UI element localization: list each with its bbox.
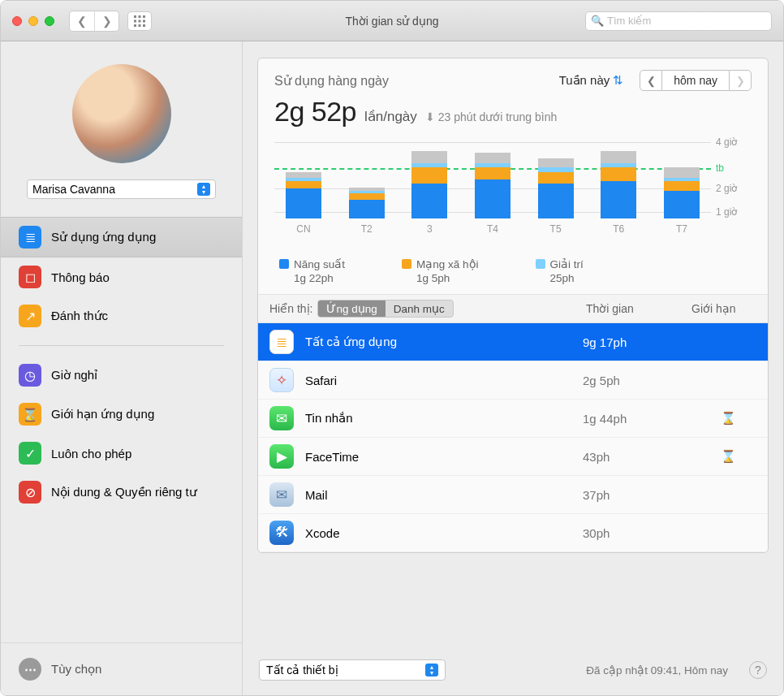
x-axis-label: T7 bbox=[676, 223, 687, 235]
card-title: Sử dụng hàng ngày bbox=[274, 73, 389, 89]
y-axis-label: 1 giờ bbox=[716, 206, 752, 218]
sidebar-item-label: Giờ nghỉ bbox=[51, 368, 97, 383]
svg-rect-0 bbox=[134, 15, 136, 18]
app-time: 9g 17ph bbox=[583, 335, 688, 349]
col-limit: Giới hạn bbox=[691, 302, 756, 315]
close-button[interactable] bbox=[12, 16, 22, 26]
ellipsis-icon: ⋯ bbox=[19, 658, 41, 681]
svg-rect-1 bbox=[139, 15, 141, 18]
options-label: Tùy chọn bbox=[51, 662, 101, 677]
legend-item: Năng suất1g 22ph bbox=[279, 257, 345, 284]
user-avatar bbox=[72, 64, 171, 163]
sidebar-item-label: Sử dụng ứng dụng bbox=[51, 230, 156, 244]
sidebar-item-1[interactable]: ◻Thông báo bbox=[1, 257, 242, 296]
separator bbox=[19, 345, 224, 346]
app-time: 30ph bbox=[583, 526, 688, 540]
seg-apps[interactable]: Ứng dụng bbox=[318, 300, 385, 317]
usage-chart: 4 giờtb2 giờ1 giờCNT23T4T5T6T7 bbox=[274, 137, 752, 251]
chart-legend: Năng suất1g 22phMạng xã hội1g 5phGiải tr… bbox=[258, 256, 768, 295]
svg-rect-2 bbox=[143, 15, 145, 18]
prev-button[interactable]: ❮ bbox=[640, 70, 662, 91]
svg-rect-8 bbox=[143, 24, 145, 27]
sidebar-item-label: Thông báo bbox=[51, 270, 110, 284]
safari-icon: ✧ bbox=[269, 368, 294, 392]
legend-item: Giải trí25ph bbox=[536, 257, 584, 284]
app-name: Mail bbox=[305, 488, 571, 502]
search-input[interactable]: 🔍 Tìm kiếm bbox=[585, 11, 772, 31]
app-row[interactable]: ✧Safari2g 5ph bbox=[258, 361, 768, 400]
app-row[interactable]: ▶FaceTime43ph⌛ bbox=[258, 438, 768, 476]
sidebar-item-2[interactable]: ↗Đánh thức bbox=[1, 296, 242, 335]
layers-icon: ≣ bbox=[269, 330, 294, 354]
device-select[interactable]: Tất cả thiết bị ▴▾ bbox=[259, 659, 446, 681]
down-arrow-icon: ⬇ bbox=[425, 110, 435, 123]
app-row[interactable]: 🛠Xcode30ph bbox=[258, 514, 768, 552]
below-average: ⬇ 23 phút dưới trung bình bbox=[425, 110, 557, 123]
nav-back-forward: ❮ ❯ bbox=[69, 11, 119, 32]
view-segmented-control: Ứng dụng Danh mục bbox=[317, 300, 453, 318]
help-button[interactable]: ? bbox=[749, 661, 767, 679]
seg-categories[interactable]: Danh mục bbox=[386, 300, 453, 317]
period-select[interactable]: Tuần này ⇅ bbox=[559, 73, 624, 88]
app-name: Xcode bbox=[305, 526, 571, 540]
app-time: 2g 5ph bbox=[583, 374, 688, 387]
sidebar-item-2[interactable]: ✓Luôn cho phép bbox=[1, 434, 242, 473]
sidebar: Marisa Cavanna ▴▾ ≣Sử dụng ứng dụng◻Thôn… bbox=[1, 41, 243, 695]
app-name: FaceTime bbox=[305, 450, 571, 464]
app-row[interactable]: ✉Tin nhắn1g 44ph⌛ bbox=[258, 400, 768, 438]
x-axis-label: 3 bbox=[427, 223, 433, 235]
titlebar: ❮ ❯ Thời gian sử dụng 🔍 Tìm kiếm bbox=[1, 1, 783, 41]
sidebar-item-0[interactable]: ≣Sử dụng ứng dụng bbox=[1, 217, 242, 257]
sidebar-item-label: Giới hạn ứng dụng bbox=[51, 407, 154, 421]
traffic-lights bbox=[12, 16, 54, 26]
app-row[interactable]: ✉Mail37ph bbox=[258, 476, 768, 514]
today-button[interactable]: hôm nay bbox=[662, 70, 729, 91]
per-day-label: lần/ngày bbox=[364, 108, 417, 125]
xcode-icon: 🛠 bbox=[269, 521, 294, 545]
sidebar-item-label: Đánh thức bbox=[51, 309, 108, 323]
app-row[interactable]: ≣Tất cả ứng dụng9g 17ph bbox=[258, 323, 768, 361]
minimize-button[interactable] bbox=[28, 16, 38, 26]
app-name: Safari bbox=[305, 374, 571, 387]
search-placeholder: Tìm kiếm bbox=[607, 15, 651, 27]
chevron-updown-icon: ▴▾ bbox=[425, 664, 438, 677]
sidebar-item-3[interactable]: ⊘Nội dung & Quyền riêng tư bbox=[1, 473, 242, 512]
next-button[interactable]: ❯ bbox=[729, 70, 752, 91]
date-nav: ❮ hôm nay ❯ bbox=[640, 70, 752, 91]
sidebar-item-label: Nội dung & Quyền riêng tư bbox=[51, 485, 197, 499]
col-time: Thời gian bbox=[586, 302, 691, 315]
last-updated: Đã cập nhật 09:41, Hôm nay bbox=[586, 664, 728, 677]
show-all-button[interactable] bbox=[127, 11, 152, 31]
mail-icon: ✉ bbox=[269, 482, 294, 507]
legend-item: Mạng xã hội1g 5ph bbox=[402, 257, 479, 284]
app-time: 1g 44ph bbox=[583, 412, 688, 426]
app-list: ≣Tất cả ứng dụng9g 17ph✧Safari2g 5ph✉Tin… bbox=[258, 323, 768, 552]
x-axis-label: CN bbox=[296, 223, 310, 235]
app-name: Tin nhắn bbox=[305, 411, 571, 426]
facetime-icon: ▶ bbox=[269, 444, 294, 469]
period-label: Tuần này bbox=[559, 73, 610, 88]
options-button[interactable]: ⋯ Tùy chọn bbox=[1, 642, 242, 695]
forward-button[interactable]: ❯ bbox=[94, 11, 118, 31]
svg-rect-4 bbox=[139, 19, 141, 22]
app-name: Tất cả ứng dụng bbox=[305, 335, 571, 349]
y-axis-label: 4 giờ bbox=[716, 136, 752, 148]
table-header: Hiển thị: Ứng dụng Danh mục Thời gian Gi… bbox=[258, 295, 768, 323]
sidebar-item-1[interactable]: ⌛Giới hạn ứng dụng bbox=[1, 395, 242, 434]
footer: Tất cả thiết bị ▴▾ Đã cập nhật 09:41, Hô… bbox=[243, 645, 783, 695]
svg-rect-5 bbox=[143, 19, 145, 22]
device-label: Tất cả thiết bị bbox=[266, 664, 338, 677]
svg-rect-7 bbox=[139, 24, 141, 27]
app-limit: ⌛ bbox=[700, 449, 756, 464]
back-button[interactable]: ❮ bbox=[70, 11, 94, 31]
search-icon: 🔍 bbox=[591, 15, 604, 27]
app-time: 43ph bbox=[583, 450, 688, 464]
x-axis-label: T5 bbox=[550, 223, 562, 235]
x-axis-label: T2 bbox=[361, 223, 373, 235]
user-select[interactable]: Marisa Cavanna ▴▾ bbox=[27, 179, 216, 199]
sidebar-item-label: Luôn cho phép bbox=[51, 447, 131, 460]
sidebar-item-0[interactable]: ◷Giờ nghỉ bbox=[1, 356, 242, 395]
zoom-button[interactable] bbox=[45, 16, 54, 26]
total-time: 2g 52p bbox=[274, 96, 356, 128]
chevron-updown-icon: ⇅ bbox=[613, 73, 623, 88]
